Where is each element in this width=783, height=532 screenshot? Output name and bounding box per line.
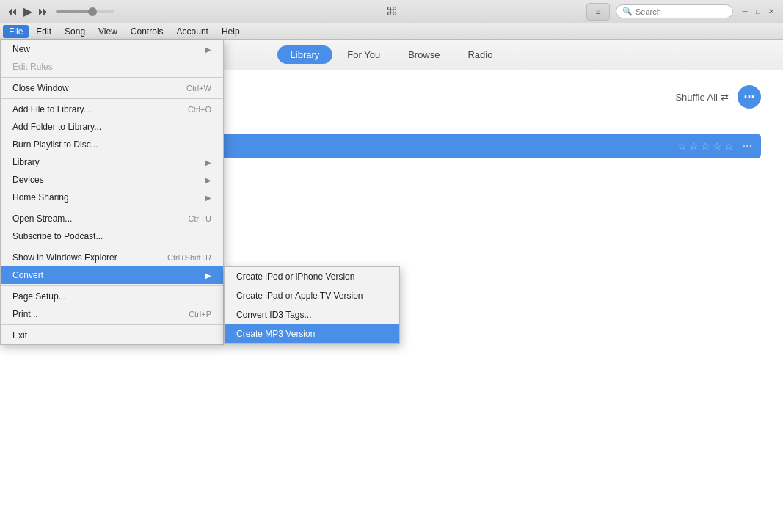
menu-item-view[interactable]: View <box>92 25 123 38</box>
window-controls: ─ □ ✕ <box>739 6 777 18</box>
separator-3 <box>1 208 223 208</box>
home-sharing-arrow-icon: ▶ <box>205 194 211 202</box>
menu-subscribe-podcast[interactable]: Subscribe to Podcast... <box>1 227 223 245</box>
menu-library[interactable]: Library ▶ <box>1 153 223 171</box>
rewind-button[interactable]: ⏮ <box>6 5 18 18</box>
search-box[interactable]: 🔍 <box>616 4 733 18</box>
star-1[interactable]: ☆ <box>677 140 687 152</box>
close-button[interactable]: ✕ <box>765 6 777 18</box>
shuffle-label: Shuffle All <box>675 92 718 103</box>
maximize-button[interactable]: □ <box>752 6 764 18</box>
apple-logo: ⌘ <box>386 4 398 18</box>
menu-close-window[interactable]: Close Window Ctrl+W <box>1 79 223 97</box>
separator-2 <box>1 98 223 99</box>
menu-open-stream[interactable]: Open Stream... Ctrl+U <box>1 210 223 227</box>
separator-5 <box>1 285 223 286</box>
volume-thumb[interactable] <box>88 7 97 16</box>
playlist-actions: Shuffle All ⇄ ··· <box>675 85 761 109</box>
menu-burn-playlist[interactable]: Burn Playlist to Disc... <box>1 136 223 153</box>
menu-devices[interactable]: Devices ▶ <box>1 171 223 189</box>
file-menu-dropdown: New ▶ Edit Rules Close Window Ctrl+W Add… <box>0 40 224 345</box>
menu-item-help[interactable]: Help <box>216 25 246 38</box>
menu-print[interactable]: Print... Ctrl+P <box>1 305 223 323</box>
list-button[interactable]: ≡ <box>586 3 610 21</box>
submenu-create-ipod[interactable]: Create iPod or iPhone Version <box>225 267 399 286</box>
menu-item-edit[interactable]: Edit <box>30 25 57 38</box>
submenu-create-ipad[interactable]: Create iPad or Apple TV Version <box>225 286 399 305</box>
convert-arrow-icon: ▶ <box>205 272 211 280</box>
search-icon: 🔍 <box>622 7 633 16</box>
song-more-button[interactable]: ··· <box>743 139 752 153</box>
song-stars: ☆ ☆ ☆ ☆ ☆ <box>677 140 734 152</box>
menu-item-controls[interactable]: Controls <box>125 25 170 38</box>
shuffle-icon: ⇄ <box>721 92 729 103</box>
menu-add-file[interactable]: Add File to Library... Ctrl+O <box>1 101 223 118</box>
devices-arrow-icon: ▶ <box>205 176 211 184</box>
separator-4 <box>1 247 223 247</box>
forward-button[interactable]: ⏭ <box>38 5 50 18</box>
transport-controls: ⏮ ▶ ⏭ <box>6 4 114 18</box>
menu-convert[interactable]: Convert ▶ <box>1 266 223 284</box>
library-arrow-icon: ▶ <box>205 158 211 167</box>
separator-1 <box>1 77 223 78</box>
search-input[interactable] <box>635 7 726 16</box>
submenu-create-mp3[interactable]: Create MP3 Version <box>225 324 399 343</box>
tab-browse[interactable]: Browse <box>395 45 453 64</box>
menu-bar: File Edit Song View Controls Account Hel… <box>0 23 783 40</box>
menu-edit-rules: Edit Rules <box>1 58 223 76</box>
shuffle-button[interactable]: Shuffle All ⇄ <box>675 92 729 103</box>
menu-item-file[interactable]: File <box>3 25 29 38</box>
convert-submenu: Create iPod or iPhone Version Create iPa… <box>224 266 400 344</box>
star-5[interactable]: ☆ <box>724 140 734 152</box>
menu-item-account[interactable]: Account <box>171 25 214 38</box>
menu-new[interactable]: New ▶ <box>1 40 223 58</box>
tab-foryou[interactable]: For You <box>334 45 393 64</box>
tab-library[interactable]: Library <box>277 45 333 64</box>
submenu-convert-id3[interactable]: Convert ID3 Tags... <box>225 305 399 324</box>
star-3[interactable]: ☆ <box>701 140 710 152</box>
menu-page-setup[interactable]: Page Setup... <box>1 288 223 305</box>
more-button[interactable]: ··· <box>738 85 761 109</box>
minimize-button[interactable]: ─ <box>739 6 751 18</box>
menu-show-in-explorer[interactable]: Show in Windows Explorer Ctrl+Shift+R <box>1 249 223 266</box>
menu-add-folder[interactable]: Add Folder to Library... <box>1 118 223 136</box>
star-2[interactable]: ☆ <box>689 140 699 152</box>
volume-slider[interactable] <box>56 10 114 13</box>
tab-radio[interactable]: Radio <box>454 45 506 64</box>
new-arrow-icon: ▶ <box>205 45 211 54</box>
star-4[interactable]: ☆ <box>713 140 722 152</box>
separator-6 <box>1 324 223 325</box>
play-button[interactable]: ▶ <box>23 4 32 18</box>
song-row-right: ☆ ☆ ☆ ☆ ☆ ··· <box>677 139 752 153</box>
title-bar: ⏮ ▶ ⏭ ⌘ ≡ 🔍 ─ □ ✕ <box>0 0 783 23</box>
menu-item-song[interactable]: Song <box>59 25 91 38</box>
menu-exit[interactable]: Exit <box>1 327 223 344</box>
menu-home-sharing[interactable]: Home Sharing ▶ <box>1 189 223 206</box>
